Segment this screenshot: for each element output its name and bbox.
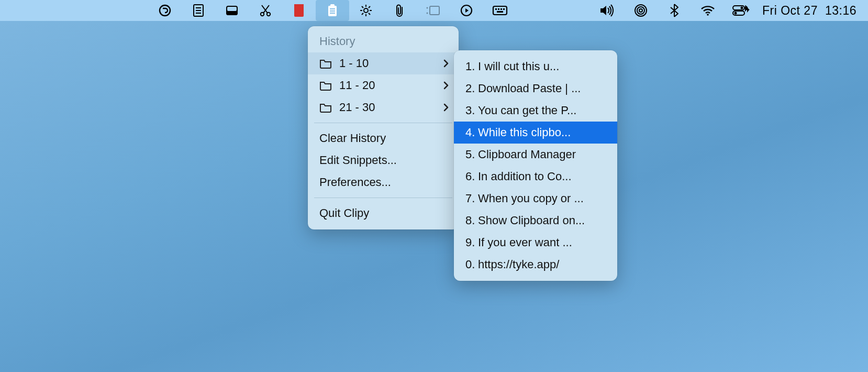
inbox-icon[interactable]	[215, 0, 249, 21]
history-entry-text: When you copy or ...	[478, 192, 584, 205]
svg-rect-13	[294, 4, 304, 7]
history-entry-text: Clipboard Manager	[478, 148, 576, 161]
menu-item-label: Clear History	[319, 132, 449, 145]
history-entry-text: In addition to Co...	[478, 170, 572, 183]
clipy-menubar-icon[interactable]	[316, 0, 349, 21]
history-entry[interactable]: 7. When you copy or ...	[454, 188, 617, 210]
history-entry-number: 4.	[465, 126, 478, 139]
svg-point-0	[160, 5, 170, 16]
volume-icon[interactable]	[591, 0, 624, 21]
menubar-left-icons	[148, 0, 517, 21]
menu-item-label: Preferences...	[319, 176, 449, 189]
svg-point-43	[707, 14, 709, 16]
history-entry-text: While this clipbo...	[478, 126, 571, 139]
history-entry[interactable]: 0. https://tyke.app/	[454, 254, 617, 276]
history-entry-number: 3.	[465, 104, 478, 117]
paperclip-icon[interactable]	[383, 0, 416, 21]
airdrop-icon[interactable]	[624, 0, 658, 21]
svg-marker-39	[600, 6, 606, 15]
history-entry-text: If you ever want ...	[478, 236, 572, 249]
history-entry-number: 5.	[465, 148, 478, 161]
menubar-time: 13:16	[825, 4, 856, 18]
brightness-icon[interactable]	[349, 0, 383, 21]
svg-rect-15	[330, 4, 335, 7]
clear-history-item[interactable]: Clear History	[308, 127, 459, 149]
history-group-3[interactable]: 21 - 30	[308, 96, 459, 118]
svg-line-27	[369, 6, 370, 8]
history-entry[interactable]: 5. Clipboard Manager	[454, 144, 617, 166]
preferences-item[interactable]: Preferences...	[308, 171, 459, 193]
history-entry-number: 2.	[465, 82, 478, 95]
history-entry[interactable]: 9. If you ever want ...	[454, 232, 617, 254]
history-entry-number: 6.	[465, 170, 478, 183]
svg-point-45	[740, 7, 743, 9]
wifi-icon[interactable]	[691, 0, 725, 21]
clipy-menu: History 1 - 10 11 - 20 21 - 30 Clear His…	[308, 26, 459, 229]
history-submenu: 1. I will cut this u...2. Download Paste…	[454, 50, 617, 281]
red-app-icon[interactable]	[282, 0, 316, 21]
history-entry-number: 0.	[465, 258, 478, 271]
history-entry-number: 9.	[465, 236, 478, 249]
history-entry[interactable]: 4. While this clipbo...	[454, 122, 617, 144]
history-entry-text: Show Clipboard on...	[478, 214, 585, 227]
svg-line-26	[362, 13, 363, 15]
history-entry[interactable]: 2. Download Paste | ...	[454, 78, 617, 100]
history-group-2[interactable]: 11 - 20	[308, 74, 459, 96]
svg-line-24	[362, 6, 363, 8]
menu-separator	[314, 198, 452, 198]
history-group-label: 21 - 30	[339, 101, 443, 114]
menu-header-history: History	[308, 31, 459, 52]
svg-rect-38	[497, 11, 503, 13]
history-entry-text: I will cut this u...	[478, 60, 559, 73]
menu-item-label: Quit Clipy	[319, 206, 449, 220]
svg-point-29	[427, 13, 428, 14]
app-icon-1[interactable]	[148, 0, 182, 21]
chevron-right-icon	[443, 103, 449, 112]
svg-rect-30	[430, 6, 439, 15]
folder-icon	[319, 80, 332, 91]
play-circle-icon[interactable]	[450, 0, 483, 21]
menubar-date: Fri Oct 27	[762, 4, 818, 18]
history-entry[interactable]: 8. Show Clipboard on...	[454, 210, 617, 232]
svg-line-25	[369, 13, 370, 15]
edit-snippets-item[interactable]: Edit Snippets...	[308, 149, 459, 171]
svg-point-19	[364, 8, 368, 13]
svg-rect-33	[493, 6, 507, 15]
menu-separator	[314, 123, 452, 123]
svg-point-28	[427, 7, 428, 9]
svg-rect-35	[498, 8, 499, 10]
keyboard-icon[interactable]	[483, 0, 517, 21]
svg-rect-37	[503, 8, 505, 10]
svg-marker-32	[465, 8, 469, 13]
quit-clipy-item[interactable]: Quit Clipy	[308, 202, 459, 224]
history-entry-text: https://tyke.app/	[478, 258, 559, 271]
chevron-right-icon	[443, 81, 449, 90]
scissors-icon[interactable]	[249, 0, 282, 21]
chevron-right-icon	[443, 59, 449, 68]
history-entry[interactable]: 3. You can get the P...	[454, 100, 617, 122]
menu-item-label: Edit Snippets...	[319, 154, 449, 167]
svg-point-47	[734, 12, 737, 15]
history-entry-number: 1.	[465, 60, 478, 73]
svg-rect-34	[495, 8, 497, 10]
folder-icon	[319, 102, 332, 113]
history-group-1[interactable]: 1 - 10	[308, 52, 459, 74]
svg-point-40	[639, 9, 642, 12]
history-entry-number: 7.	[465, 192, 478, 205]
svg-rect-36	[500, 8, 502, 10]
notes-icon[interactable]	[182, 0, 215, 21]
bluetooth-icon[interactable]	[658, 0, 691, 21]
svg-rect-7	[227, 7, 237, 11]
control-center-icon[interactable]	[725, 0, 758, 21]
history-entry[interactable]: 1. I will cut this u...	[454, 56, 617, 78]
menubar: Fri Oct 27 13:16	[0, 0, 868, 21]
menubar-clock[interactable]: Fri Oct 27 13:16	[758, 4, 864, 18]
svg-point-41	[637, 7, 644, 14]
menubar-right-icons: Fri Oct 27 13:16	[591, 0, 864, 21]
history-entry[interactable]: 6. In addition to Co...	[454, 166, 617, 188]
folder-icon	[319, 58, 332, 69]
history-entry-text: Download Paste | ...	[478, 82, 581, 95]
history-entry-number: 8.	[465, 214, 478, 227]
history-entry-text: You can get the P...	[478, 104, 576, 117]
window-list-icon[interactable]	[416, 0, 450, 21]
